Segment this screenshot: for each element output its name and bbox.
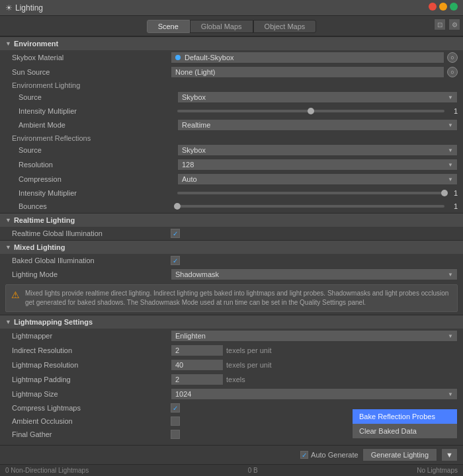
refl-source-label: Source (19, 146, 177, 154)
env-lighting-source-label: Source (19, 93, 177, 101)
env-intensity-slider-row: 1 (177, 107, 458, 115)
env-lighting-source-dropdown[interactable]: Skybox (177, 91, 458, 103)
refl-bounces-val: 1 (447, 202, 458, 210)
settings-icon[interactable]: ⚙ (448, 19, 460, 30)
mixed-lighting-info: ⚠ Mixed lights provide realtime direct l… (5, 284, 458, 312)
refl-intensity-val: 1 (447, 189, 458, 197)
refl-compression-value[interactable]: Auto (177, 173, 458, 185)
refl-source-row: Source Skybox (0, 143, 463, 157)
mixed-section-header[interactable]: ▼ Mixed Lighting (0, 240, 463, 254)
maximize-button[interactable] (450, 3, 458, 11)
generate-lighting-dropdown-btn[interactable]: ▼ (441, 448, 458, 461)
env-lighting-source-value[interactable]: Skybox (177, 91, 458, 103)
refl-source-text: Skybox (182, 146, 206, 154)
footer-stats: 0 Non-Directional Lightmaps 0 B No Light… (0, 464, 463, 476)
mixed-label: Mixed Lighting (14, 243, 65, 251)
env-lighting-header: Environment Lighting (0, 79, 463, 90)
refl-resolution-dropdown[interactable]: 128 (177, 159, 458, 171)
final-gather-checkbox[interactable] (171, 430, 180, 439)
generate-dropdown-menu: Bake Reflection Probes Clear Baked Data (352, 409, 458, 439)
skybox-material-value: Default-Skybox ○ (171, 52, 458, 63)
info-icon: ⚠ (11, 289, 20, 302)
sun-obj-row: None (Light) ○ (171, 66, 458, 78)
lightmap-size-row: Lightmap Size 1024 (0, 387, 463, 401)
lightmapper-row: Lightmapper Enlighten (0, 329, 463, 343)
sun-selector[interactable]: None (Light) (171, 66, 444, 78)
lightmapper-value[interactable]: Enlighten (171, 330, 458, 342)
lightmaps-size: 0 B (248, 467, 258, 474)
auto-generate-checkbox[interactable] (300, 451, 308, 459)
lightmaps-count: 0 Non-Directional Lightmaps (5, 467, 89, 474)
environment-section-header[interactable]: ▼ Environment (0, 36, 463, 50)
title-icon: ☀ (5, 3, 13, 13)
footer-actions: Auto Generate Generate Lighting ▼ (0, 446, 463, 464)
indirect-resolution-row: Indirect Resolution texels per unit (0, 343, 463, 358)
layout-icon[interactable]: ⊡ (434, 19, 446, 30)
refl-intensity-slider-row: 1 (177, 189, 458, 197)
sun-value-text: None (Light) (175, 68, 216, 76)
refl-intensity-track[interactable] (177, 192, 444, 194)
compress-lightmaps-checkbox[interactable] (171, 403, 180, 413)
lighting-mode-dropdown[interactable]: Shadowmask (171, 268, 458, 280)
lightmap-padding-input[interactable] (171, 374, 224, 385)
refl-source-value[interactable]: Skybox (177, 144, 458, 156)
tab-global-maps[interactable]: Global Maps (190, 20, 253, 33)
lightmapper-dropdown[interactable]: Enlighten (171, 330, 458, 342)
refl-bounces-thumb[interactable] (174, 203, 181, 210)
close-button[interactable] (429, 3, 437, 11)
lighting-mode-value[interactable]: Shadowmask (171, 268, 458, 280)
refl-resolution-row: Resolution 128 (0, 157, 463, 172)
baked-gi-checkbox[interactable] (171, 256, 180, 265)
environment-label: Environment (14, 40, 58, 48)
lightmap-resolution-value: texels per unit (171, 359, 458, 371)
baked-gi-value (171, 256, 458, 265)
top-right-icons: ⊡ ⚙ (434, 19, 460, 30)
indirect-resolution-unit: texels per unit (226, 346, 271, 354)
indirect-resolution-input[interactable] (171, 344, 224, 356)
environment-arrow: ▼ (5, 40, 11, 47)
minimize-button[interactable] (439, 3, 447, 11)
refl-compression-text: Auto (182, 175, 197, 183)
lightmap-size-value[interactable]: 1024 (171, 388, 458, 400)
ambient-mode-dropdown[interactable]: Realtime (177, 119, 458, 131)
lightmap-size-dropdown[interactable]: 1024 (171, 388, 458, 400)
env-intensity-track[interactable] (177, 110, 444, 112)
generate-lighting-button[interactable]: Generate Lighting (362, 448, 437, 461)
refl-compression-dropdown[interactable]: Auto (177, 173, 458, 185)
lightmap-size-label: Lightmap Size (12, 390, 171, 398)
realtime-gi-row: Realtime Global Illumination (0, 227, 463, 240)
realtime-gi-checkbox[interactable] (171, 229, 180, 238)
lightmap-padding-label: Lightmap Padding (12, 376, 171, 383)
window-title: Lighting (15, 3, 43, 13)
lightmap-resolution-input[interactable] (171, 359, 224, 371)
skybox-pick-btn[interactable]: ○ (447, 52, 458, 63)
main-content: ▼ Environment Skybox Material Default-Sk… (0, 36, 463, 449)
final-gather-label: Final Gather (12, 430, 171, 438)
refl-intensity-thumb[interactable] (441, 190, 448, 196)
sun-pick-btn[interactable]: ○ (447, 67, 458, 77)
ambient-mode-row: Ambient Mode Realtime (0, 118, 463, 132)
refl-bounces-track[interactable] (177, 205, 444, 208)
lightmapper-text: Enlighten (175, 332, 206, 340)
refl-intensity-label: Intensity Multiplier (19, 189, 177, 197)
lightmapping-section-header[interactable]: ▼ Lightmapping Settings (0, 315, 463, 329)
env-intensity-thumb[interactable] (308, 108, 314, 114)
lightmap-padding-value: texels (171, 374, 458, 385)
bake-reflection-probes-item[interactable]: Bake Reflection Probes (353, 409, 457, 424)
compress-lightmaps-label: Compress Lightmaps (12, 404, 171, 412)
baked-gi-row: Baked Global Illumination (0, 254, 463, 267)
lightmap-padding-unit: texels (226, 376, 245, 383)
tab-object-maps[interactable]: Object Maps (253, 20, 317, 33)
realtime-section-header[interactable]: ▼ Realtime Lighting (0, 213, 463, 227)
clear-baked-data-item[interactable]: Clear Baked Data (353, 424, 457, 438)
refl-source-dropdown[interactable]: Skybox (177, 144, 458, 156)
lighting-mode-row: Lighting Mode Shadowmask (0, 267, 463, 282)
skybox-selector[interactable]: Default-Skybox (171, 52, 444, 63)
ambient-mode-value[interactable]: Realtime (177, 119, 458, 131)
lightmaps-label: No Lightmaps (417, 467, 458, 474)
refl-compression-row: Compression Auto (0, 172, 463, 186)
ambient-occlusion-checkbox[interactable] (171, 416, 180, 426)
sun-source-label: Sun Source (12, 68, 171, 76)
tab-scene[interactable]: Scene (147, 20, 190, 33)
refl-resolution-value[interactable]: 128 (177, 159, 458, 171)
